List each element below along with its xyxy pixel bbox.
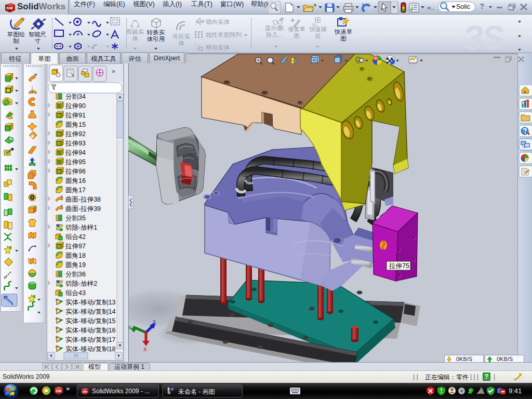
svg-text:拉伸91: 拉伸91 — [65, 112, 86, 119]
svg-text:圆角16: 圆角16 — [65, 177, 86, 184]
svg-text:组合43: 组合43 — [65, 289, 86, 297]
svg-text:圆角15: 圆角15 — [65, 121, 86, 128]
svg-text:»..: ».. — [427, 4, 434, 11]
svg-text:X: X — [143, 347, 147, 353]
svg-text:运动算例 1: 运动算例 1 — [114, 363, 144, 370]
svg-text:拉伸75: 拉伸75 — [389, 262, 409, 270]
svg-text:Y: Y — [128, 325, 131, 331]
svg-text:实体-移动/复制15: 实体-移动/复制15 — [65, 317, 116, 325]
svg-text:SW: SW — [82, 390, 87, 393]
svg-text:曲面-拉伸38: 曲面-拉伸38 — [65, 196, 101, 203]
svg-text:实体-移动/复制13: 实体-移动/复制13 — [65, 299, 116, 306]
svg-text:切除-放样2: 切除-放样2 — [65, 280, 97, 287]
svg-text:拉伸96: 拉伸96 — [65, 168, 86, 175]
svg-text:Z: Z — [152, 320, 156, 326]
svg-text:曲面-拉伸39: 曲面-拉伸39 — [65, 205, 101, 212]
svg-text:分割34: 分割34 — [65, 93, 86, 100]
svg-text:拉伸95: 拉伸95 — [65, 158, 86, 166]
svg-text:圆角18: 圆角18 — [65, 252, 86, 259]
svg-text:组合42: 组合42 — [65, 233, 86, 241]
svg-text:圆角19: 圆角19 — [65, 261, 86, 269]
svg-text:实体-移动/复制17: 实体-移动/复制17 — [65, 336, 116, 343]
svg-text:圆角17: 圆角17 — [65, 187, 86, 194]
svg-text:实体-移动/复制16: 实体-移动/复制16 — [65, 327, 116, 334]
svg-text:模型: 模型 — [88, 363, 101, 370]
svg-text:拉伸97: 拉伸97 — [65, 243, 86, 250]
svg-text:拉伸90: 拉伸90 — [65, 102, 86, 110]
svg-text:切除-放样1: 切除-放样1 — [65, 224, 97, 231]
svg-text:拉伸93: 拉伸93 — [65, 140, 86, 147]
svg-text:拉伸92: 拉伸92 — [65, 130, 86, 138]
svg-text:SW: SW — [6, 6, 13, 10]
svg-text:拉伸94: 拉伸94 — [65, 149, 86, 156]
svg-text:分割36: 分割36 — [65, 271, 86, 278]
svg-text:SW: SW — [56, 389, 62, 393]
svg-text:实体-移动/复制14: 实体-移动/复制14 — [65, 308, 116, 315]
svg-text:分割35: 分割35 — [65, 215, 86, 222]
